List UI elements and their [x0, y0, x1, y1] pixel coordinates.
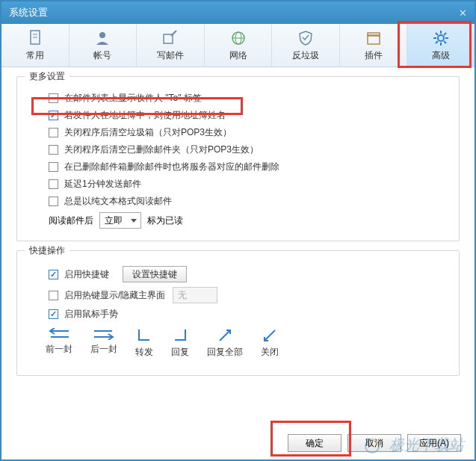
fieldset-more: 更多设置 在邮件列表上显示收件人 "To" 标签 若发件人在地址簿中，则使用地址… — [16, 76, 460, 241]
svg-rect-9 — [368, 35, 380, 44]
tab-account[interactable]: 帐号 — [69, 24, 137, 66]
read-after-select[interactable]: 立即 — [99, 212, 141, 229]
close-icon[interactable]: ✕ — [459, 7, 467, 19]
file-icon — [26, 29, 44, 47]
gesture-list: 前一封 后一封 转发 回复 回复全部 关闭 — [46, 328, 447, 359]
user-icon — [93, 29, 111, 47]
gesture-replyall: 回复全部 — [207, 328, 243, 359]
checkbox[interactable] — [49, 309, 58, 319]
hotkey-input[interactable] — [173, 287, 217, 303]
tab-network[interactable]: 网络 — [205, 24, 273, 66]
legend-quick: 快捷操作 — [25, 244, 69, 257]
opt-enable-hotkey[interactable]: 启用热键显示/隐藏主界面 — [49, 287, 447, 303]
fieldset-quick: 快捷操作 启用快捷键 设置快捷键 启用热键显示/隐藏主界面 启用鼠标手势 前一封… — [16, 250, 460, 376]
apply-button[interactable]: 应用(A) — [407, 434, 461, 452]
slash-down-icon — [262, 328, 277, 343]
set-shortcut-button[interactable]: 设置快捷键 — [123, 266, 187, 282]
opt-show-to[interactable]: 在邮件列表上显示收件人 "To" 标签 — [49, 92, 447, 105]
checkbox[interactable] — [49, 93, 58, 103]
legend-more: 更多设置 — [25, 70, 69, 83]
gesture-reply: 回复 — [171, 328, 189, 359]
checkbox[interactable] — [49, 197, 58, 206]
ok-button[interactable]: 确定 — [288, 434, 341, 452]
arrow-left-icon — [48, 328, 70, 340]
svg-line-25 — [265, 330, 275, 341]
tab-advanced[interactable]: 高级 — [407, 24, 475, 66]
opt-delete-server[interactable]: 在已删除邮件箱删除邮件时也将服务器对应的邮件删除 — [49, 161, 447, 173]
svg-rect-10 — [368, 33, 380, 36]
svg-line-19 — [444, 33, 446, 35]
angle-down-right-icon — [137, 328, 152, 343]
checkbox[interactable] — [49, 128, 58, 137]
opt-plain-text[interactable]: 总是以纯文本格式阅读邮件 — [49, 195, 447, 208]
opt-enable-gesture[interactable]: 启用鼠标手势 — [49, 308, 447, 321]
svg-line-17 — [444, 41, 446, 43]
arrow-right-icon — [93, 328, 115, 340]
svg-line-24 — [220, 330, 230, 341]
tab-plugin[interactable]: 插件 — [340, 24, 408, 66]
gesture-prev: 前一封 — [46, 328, 72, 359]
opt-use-addressbook[interactable]: 若发件人在地址簿中，则使用地址簿姓名 — [49, 109, 447, 122]
tab-spam[interactable]: 反垃圾 — [272, 24, 340, 66]
svg-line-18 — [436, 41, 438, 43]
globe-icon — [229, 29, 247, 47]
opt-empty-deleted[interactable]: 关闭程序后清空已删除邮件夹（只对POP3生效） — [49, 143, 447, 156]
opt-delay-send[interactable]: 延迟1分钟发送邮件 — [49, 178, 447, 191]
gesture-close: 关闭 — [261, 328, 279, 359]
checkbox[interactable] — [49, 291, 58, 300]
shield-icon — [297, 29, 315, 47]
checkbox[interactable] — [49, 111, 58, 120]
svg-point-11 — [438, 35, 444, 41]
tab-compose[interactable]: 写邮件 — [137, 24, 205, 66]
gear-icon — [432, 29, 450, 47]
opt-empty-trash[interactable]: 关闭程序后清空垃圾箱（只对POP3生效） — [49, 126, 447, 139]
svg-line-5 — [171, 31, 176, 36]
tab-general[interactable]: 常用 — [1, 24, 69, 66]
opt-enable-shortcut[interactable]: 启用快捷键 设置快捷键 — [49, 266, 447, 282]
angle-down-left-icon — [173, 328, 188, 343]
compose-icon — [161, 29, 179, 47]
slash-up-icon — [217, 328, 232, 343]
toolbar: 常用 帐号 写邮件 网络 反垃圾 插件 高级 — [1, 24, 475, 67]
cancel-button[interactable]: 取消 — [347, 434, 401, 452]
svg-point-3 — [99, 32, 105, 38]
checkbox[interactable] — [49, 145, 58, 155]
titlebar: 系统设置 ✕ — [1, 1, 475, 24]
read-after-row: 阅读邮件后 立即 标为已读 — [49, 212, 447, 229]
checkbox[interactable] — [49, 162, 58, 172]
gesture-forward: 转发 — [135, 328, 153, 359]
gesture-next: 后一封 — [90, 328, 117, 359]
checkbox[interactable] — [49, 270, 58, 279]
bottom-bar: 确定 取消 应用(A) — [288, 434, 461, 452]
checkbox[interactable] — [49, 179, 58, 189]
box-icon — [365, 29, 383, 47]
svg-line-16 — [436, 33, 438, 35]
window-title: 系统设置 — [9, 6, 48, 19]
